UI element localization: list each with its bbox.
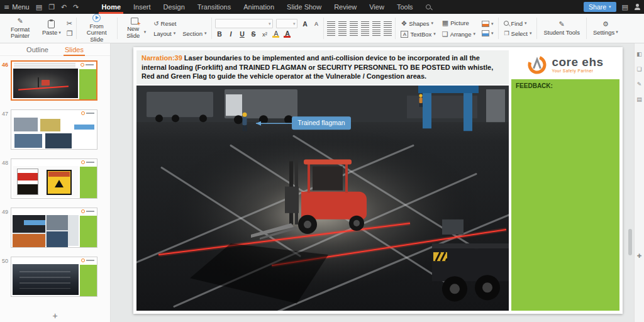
arrange-button[interactable]: ❏ Arrange ▾ <box>440 30 477 39</box>
tab-transitions[interactable]: Transitions <box>191 0 237 14</box>
shape-fill-caret-icon: ▾ <box>491 21 494 26</box>
tab-slides[interactable]: Slides <box>64 43 85 56</box>
tab-review[interactable]: Review <box>328 0 363 14</box>
tab-design[interactable]: Design <box>157 0 191 14</box>
canvas-scrollbar-thumb[interactable] <box>628 229 632 255</box>
redo-icon[interactable]: ↷ <box>73 3 79 11</box>
align-left-icon[interactable] <box>327 30 335 36</box>
numbering-options-icon[interactable] <box>384 30 392 36</box>
superscript-button[interactable]: x² <box>260 31 269 38</box>
tab-tools[interactable]: Tools <box>391 0 419 14</box>
shape-outline-icon <box>482 30 489 36</box>
grow-font-button[interactable]: A <box>301 20 309 28</box>
highlight-color-button[interactable]: A <box>272 30 280 37</box>
copy-icon[interactable]: ❐ <box>67 30 73 38</box>
settings-caret-icon: ▾ <box>616 30 618 35</box>
picture-icon: ▦ <box>442 19 448 27</box>
feedback-panel[interactable]: FEEDBACK: <box>511 79 619 311</box>
font-size-select[interactable]: ▾ <box>276 19 297 28</box>
share-button[interactable]: Share ▾ <box>584 2 616 12</box>
textbox-button[interactable]: A TextBox ▾ <box>399 30 437 38</box>
line-spacing-icon[interactable] <box>372 21 380 28</box>
textbox-caret-icon: ▾ <box>433 31 436 36</box>
format-painter-button[interactable]: ✎ Format Painter <box>4 16 36 41</box>
thumb-feedback-strip <box>80 265 97 296</box>
ribbon-search[interactable] <box>419 0 437 14</box>
canvas-scrollbar[interactable] <box>628 43 632 322</box>
shape-fill-button[interactable]: ▾ <box>480 20 496 28</box>
reset-button[interactable]: ↺ Reset <box>152 19 208 28</box>
columns-icon[interactable] <box>372 30 380 36</box>
user-icon[interactable] <box>634 4 640 10</box>
export-icon[interactable]: ❐ <box>48 3 55 11</box>
tab-slide-show[interactable]: Slide Show <box>280 0 328 14</box>
insert-group: ❖ Shapes ▾ A TextBox ▾ ▦ Picture ❏ Arran… <box>397 15 496 42</box>
paste-caret-icon: ▾ <box>58 31 61 36</box>
settings-button[interactable]: ⚙ Settings ▾ <box>590 19 621 38</box>
tab-home[interactable]: Home <box>95 0 127 14</box>
outdent-icon[interactable] <box>350 21 358 28</box>
thumb-feedback-strip <box>80 167 97 198</box>
new-slide-button[interactable]: New Slide ▾ <box>121 16 150 40</box>
shape-outline-button[interactable]: ▾ <box>480 30 496 37</box>
skin-icon[interactable]: ▤ <box>622 3 628 11</box>
presentation-app: ≡ Menu ▤ ❐ ↶ ↷ Home Insert Design Transi… <box>0 0 644 322</box>
select-button[interactable]: ❒ Select ▾ <box>502 30 533 38</box>
indent-icon[interactable] <box>361 21 369 28</box>
justify-icon[interactable] <box>361 30 369 36</box>
titlebar: ≡ Menu ▤ ❐ ↶ ↷ Home Insert Design Transi… <box>0 0 644 14</box>
add-panel-icon[interactable]: ✚ <box>637 253 642 259</box>
numbering-icon[interactable] <box>338 21 347 28</box>
narration-textbox[interactable]: Narration:39 Laser boundaries to be impl… <box>136 50 509 84</box>
save-icon[interactable]: ▤ <box>36 3 42 11</box>
thumbnail[interactable] <box>11 208 97 248</box>
notes-panel-icon[interactable]: ✎ <box>637 81 642 87</box>
font-name-select[interactable]: ▾ <box>215 19 273 28</box>
underline-button[interactable]: U <box>238 30 246 38</box>
layout-button[interactable]: Layout ▾ <box>152 30 177 38</box>
slide-number: 50 <box>0 257 11 297</box>
add-slide-button[interactable]: + <box>52 311 57 321</box>
paste-button[interactable]: Paste ▾ <box>39 19 64 37</box>
select-icon: ❒ <box>504 30 509 36</box>
menu-button[interactable]: ≡ Menu <box>4 3 30 11</box>
editing-group: Find ▾ ❒ Select ▾ <box>501 15 535 42</box>
comments-panel-icon[interactable]: ❏ <box>636 66 641 72</box>
undo-icon[interactable]: ↶ <box>61 3 67 11</box>
find-button[interactable]: Find ▾ <box>502 19 533 28</box>
tab-view[interactable]: View <box>363 0 391 14</box>
warehouse-image[interactable]: Trained flagman <box>136 86 509 311</box>
strikethrough-button[interactable]: S <box>249 30 257 38</box>
shapes-button[interactable]: ❖ Shapes ▾ <box>399 19 437 28</box>
thumbnail[interactable] <box>11 158 97 199</box>
slide-thumbnail-47: 47 <box>0 109 110 150</box>
tab-outline[interactable]: Outline <box>25 43 50 56</box>
ribbon-separator <box>117 18 118 39</box>
text-direction-icon[interactable] <box>384 21 392 28</box>
layout-panel-icon[interactable]: ▤ <box>636 96 642 103</box>
thumb-image <box>13 166 79 197</box>
thumbnail[interactable] <box>11 60 97 101</box>
slide-number: 49 <box>0 208 11 248</box>
shrink-font-button[interactable]: A <box>312 21 320 27</box>
student-tools-button[interactable]: ✎ Student Tools <box>540 19 582 38</box>
menu-icon: ≡ <box>4 3 9 11</box>
brand-logo[interactable]: core ehs Your Safety Partner <box>511 50 619 79</box>
italic-button[interactable]: I <box>226 30 235 38</box>
properties-panel-icon[interactable]: ◧ <box>636 51 642 57</box>
shapes-icon: ❖ <box>401 19 407 28</box>
section-button[interactable]: Section ▾ <box>180 30 208 38</box>
thumbnail[interactable] <box>11 257 97 297</box>
font-color-button[interactable]: A <box>283 30 291 37</box>
align-right-icon[interactable] <box>350 30 358 36</box>
picture-button[interactable]: ▦ Picture <box>440 18 477 28</box>
tab-animation[interactable]: Animation <box>237 0 280 14</box>
bold-button[interactable]: B <box>215 30 223 38</box>
thumbnail[interactable] <box>11 109 97 150</box>
slide-canvas[interactable]: Narration:39 Laser boundaries to be impl… <box>111 43 634 322</box>
cut-icon[interactable]: ✂ <box>67 19 73 28</box>
bullets-icon[interactable] <box>327 21 335 28</box>
align-center-icon[interactable] <box>338 30 347 36</box>
tab-insert[interactable]: Insert <box>127 0 157 14</box>
from-current-slide-button[interactable]: From Current Slide <box>80 13 114 44</box>
